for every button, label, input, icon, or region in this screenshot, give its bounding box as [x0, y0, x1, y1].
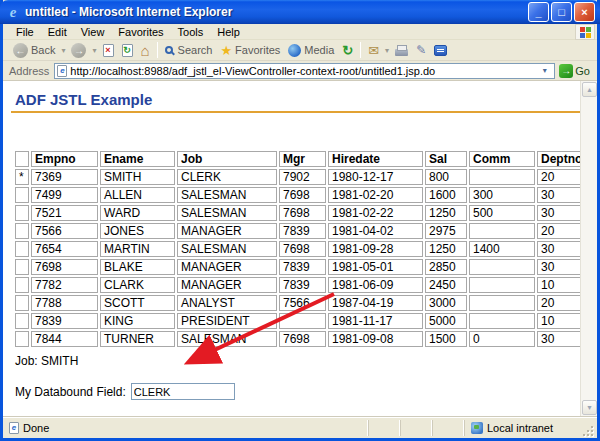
table-cell: CLERK: [177, 169, 277, 185]
edit-icon: ✎: [416, 44, 426, 57]
done-page-icon: e: [9, 422, 19, 434]
address-url[interactable]: http://localhost:8988/adf_jstl_el-ViewCo…: [70, 65, 537, 77]
table-cell: KING: [100, 313, 175, 329]
table-cell: 7566: [31, 223, 98, 239]
discuss-button[interactable]: [430, 41, 451, 60]
address-field[interactable]: e http://localhost:8988/adf_jstl_el-View…: [54, 63, 555, 79]
media-button[interactable]: Media: [284, 41, 338, 60]
table-cell: 7499: [31, 187, 98, 203]
search-button[interactable]: Search: [161, 41, 217, 60]
menu-favorites[interactable]: Favorites: [111, 25, 170, 39]
refresh-icon: ↻: [122, 44, 133, 57]
table-cell: 7782: [31, 277, 98, 293]
back-button[interactable]: ← Back: [9, 41, 59, 60]
table-cell: 1981-02-22: [328, 205, 423, 221]
favorites-button[interactable]: ★ Favorites: [216, 41, 284, 60]
maximize-button[interactable]: □: [551, 2, 572, 22]
mail-button[interactable]: ✉: [364, 41, 383, 60]
table-cell: 1250: [425, 205, 467, 221]
table-cell: 1981-04-02: [328, 223, 423, 239]
address-dropdown-icon[interactable]: ▾: [537, 64, 552, 78]
menu-edit[interactable]: Edit: [41, 25, 74, 39]
menu-file[interactable]: File: [9, 25, 41, 39]
menu-view[interactable]: View: [74, 25, 112, 39]
back-dropdown[interactable]: ▾: [59, 46, 67, 55]
ie-logo-icon: e: [5, 4, 21, 20]
table-cell: 7654: [31, 241, 98, 257]
home-button[interactable]: ⌂: [137, 41, 154, 60]
resize-grip[interactable]: [582, 425, 595, 438]
table-cell: 1981-09-08: [328, 331, 423, 347]
table-row: 7844TURNERSALESMAN76981981-09-081500030: [15, 331, 592, 347]
table-header-row: EmpnoEnameJobMgrHiredateSalCommDeptno: [15, 151, 592, 167]
refresh-button[interactable]: ↻: [118, 41, 137, 60]
window-title: untitled - Microsoft Internet Explorer: [25, 5, 526, 19]
go-button[interactable]: → Go: [555, 62, 594, 80]
column-header: Comm: [469, 151, 535, 167]
scroll-down-icon[interactable]: ▼: [582, 400, 597, 415]
heading-rule: [11, 111, 589, 113]
menu-help[interactable]: Help: [210, 25, 247, 39]
job-status-text: Job: SMITH: [15, 354, 597, 368]
table-cell: 800: [425, 169, 467, 185]
history-button[interactable]: ↻: [338, 41, 357, 60]
close-glyph: ×: [581, 7, 587, 17]
status-pane: [400, 420, 432, 436]
table-cell: *: [15, 169, 29, 185]
databound-field-input[interactable]: [131, 383, 235, 400]
print-button[interactable]: [391, 41, 412, 60]
forward-button[interactable]: →: [67, 41, 90, 60]
mail-dropdown[interactable]: ▾: [383, 46, 391, 55]
table-cell: 7839: [279, 223, 326, 239]
media-globe-icon: [288, 44, 301, 57]
table-cell: MANAGER: [177, 259, 277, 275]
table-cell: 2450: [425, 277, 467, 293]
table-cell: 7698: [279, 205, 326, 221]
stop-button[interactable]: ×: [99, 41, 118, 60]
table-cell: 300: [469, 187, 535, 203]
table-cell: 7698: [279, 331, 326, 347]
table-cell: 7369: [31, 169, 98, 185]
table-cell: [15, 313, 29, 329]
table-row: 7782CLARKMANAGER78391981-06-09245010: [15, 277, 592, 293]
table-cell: 1981-09-28: [328, 241, 423, 257]
home-icon: ⌂: [141, 44, 150, 57]
table-cell: [469, 313, 535, 329]
minimize-button[interactable]: _: [528, 2, 549, 22]
menu-tools[interactable]: Tools: [171, 25, 211, 39]
back-icon: ←: [13, 43, 28, 58]
table-cell: 7698: [279, 187, 326, 203]
media-label: Media: [304, 44, 334, 56]
table-row: 7521WARDSALESMAN76981981-02-22125050030: [15, 205, 592, 221]
favorites-star-icon: ★: [220, 44, 232, 57]
status-pane: [432, 420, 464, 436]
mail-icon: ✉: [368, 44, 379, 57]
minimize-glyph: _: [535, 7, 541, 17]
column-header: Ename: [100, 151, 175, 167]
discuss-icon: [434, 45, 447, 56]
scroll-up-icon[interactable]: ▲: [582, 82, 597, 97]
vertical-scrollbar[interactable]: ▲ ▼: [580, 81, 597, 416]
table-cell: [15, 331, 29, 347]
employee-table: EmpnoEnameJobMgrHiredateSalCommDeptno *7…: [13, 149, 594, 349]
status-bar: e Done Local intranet: [3, 416, 597, 438]
table-row: 7566JONESMANAGER78391981-04-02297520: [15, 223, 592, 239]
edit-button[interactable]: ✎: [412, 41, 430, 60]
table-cell: 3000: [425, 295, 467, 311]
windows-flag-glyph: [580, 27, 591, 38]
table-cell: CLARK: [100, 277, 175, 293]
favorites-label: Favorites: [235, 44, 280, 56]
close-button[interactable]: ×: [574, 2, 595, 22]
databound-field-label: My Databound Field:: [15, 385, 126, 399]
print-icon: [395, 49, 408, 56]
table-cell: [469, 295, 535, 311]
status-pane: [368, 420, 400, 436]
back-label: Back: [31, 44, 55, 56]
address-label: Address: [9, 65, 49, 77]
windows-flag-icon: [575, 24, 595, 40]
forward-dropdown[interactable]: ▾: [90, 46, 98, 55]
zone-text: Local intranet: [487, 422, 553, 434]
table-cell: 7844: [31, 331, 98, 347]
table-row: 7654MARTINSALESMAN76981981-09-2812501400…: [15, 241, 592, 257]
table-cell: [15, 205, 29, 221]
